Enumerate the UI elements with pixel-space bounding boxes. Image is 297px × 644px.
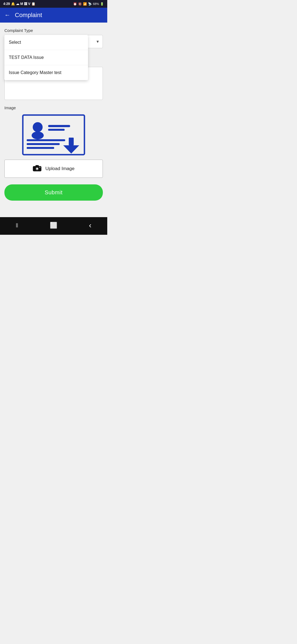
- upload-image-button[interactable]: Upload Image: [4, 160, 103, 178]
- nav-menu-icon[interactable]: ⦀: [16, 222, 18, 229]
- svg-marker-9: [63, 145, 79, 154]
- svg-rect-6: [27, 143, 60, 145]
- image-label: Image: [4, 105, 103, 110]
- complaint-type-label: Complaint Type: [4, 28, 103, 33]
- page-title: Complaint: [15, 12, 42, 19]
- svg-rect-8: [69, 138, 74, 145]
- time-display: 4:29: [3, 2, 10, 6]
- svg-rect-7: [27, 147, 54, 149]
- battery-icon: 🔋: [100, 2, 104, 6]
- status-right-icons: ⏰ 🔇 📶 📡 68% 🔋: [73, 2, 104, 6]
- dropdown-item-select[interactable]: Select: [4, 35, 88, 50]
- submit-button[interactable]: Submit: [4, 184, 103, 201]
- nav-back-icon[interactable]: ‹: [89, 221, 91, 230]
- alarm-icon: ⏰: [73, 2, 77, 6]
- wifi-icon: 📶: [83, 2, 87, 6]
- svg-point-1: [33, 122, 43, 132]
- svg-rect-13: [35, 165, 39, 167]
- status-time: 4:29 🔔 ☁ M 🖼 V 📋: [3, 2, 35, 6]
- dropdown-item-test-data[interactable]: TEST DATA Issue: [4, 50, 88, 65]
- mute-icon: 🔇: [78, 2, 82, 6]
- main-content: Complaint Type Select ▼ Select TEST DATA…: [0, 23, 107, 206]
- bottom-nav: ⦀ ⬜ ‹: [0, 217, 107, 235]
- upload-placeholder-svg: [21, 113, 87, 157]
- status-icons: 🔔 ☁ M 🖼 V 📋: [11, 2, 35, 6]
- camera-icon: [33, 164, 42, 173]
- image-placeholder: [4, 113, 103, 157]
- top-bar: ← Complaint: [0, 8, 107, 23]
- svg-rect-5: [27, 139, 65, 141]
- svg-point-2: [32, 132, 44, 139]
- svg-point-14: [40, 167, 40, 168]
- dropdown-menu: Select TEST DATA Issue Issue Category Ma…: [4, 35, 88, 80]
- image-section: Image: [4, 105, 103, 201]
- svg-rect-4: [48, 129, 65, 131]
- nav-home-icon[interactable]: ⬜: [50, 222, 57, 229]
- complaint-type-dropdown-wrapper[interactable]: Select ▼ Select TEST DATA Issue Issue Ca…: [4, 35, 103, 48]
- svg-point-12: [36, 168, 38, 170]
- status-bar: 4:29 🔔 ☁ M 🖼 V 📋 ⏰ 🔇 📶 📡 68% 🔋: [0, 0, 107, 8]
- svg-rect-3: [48, 125, 70, 127]
- signal-icon: 📡: [88, 2, 92, 6]
- upload-image-label: Upload Image: [45, 166, 75, 171]
- battery-display: 68%: [93, 2, 99, 6]
- back-button[interactable]: ←: [4, 12, 10, 19]
- dropdown-item-issue-category[interactable]: Issue Category Master test: [4, 65, 88, 80]
